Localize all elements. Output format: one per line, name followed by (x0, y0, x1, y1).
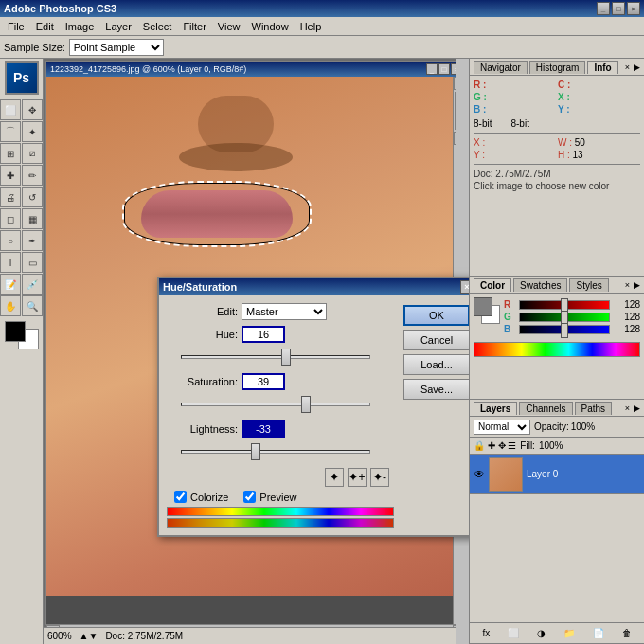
layer-adjustment-button[interactable]: ◑ (534, 627, 548, 639)
menu-layer[interactable]: Layer (99, 19, 137, 34)
slice-tool[interactable]: ⧄ (22, 143, 43, 164)
color-panel-close[interactable]: × (625, 280, 630, 290)
menu-filter[interactable]: Filter (177, 19, 211, 34)
layer-delete-button[interactable]: 🗑 (619, 627, 635, 639)
bit-info-row: 8-bit 8-bit (474, 118, 640, 129)
type-tool[interactable]: T (0, 252, 21, 273)
layer-0-row[interactable]: 👁 Layer 0 (470, 455, 644, 494)
opacity-value: 100% (571, 421, 596, 432)
shape-tool[interactable]: ▭ (22, 252, 43, 273)
tool-group-4: ✚ ✏ (0, 165, 43, 186)
edit-dropdown[interactable]: Master (242, 303, 327, 320)
bit-info-left: 8-bit (474, 118, 492, 129)
marquee-tool[interactable]: ⬜ (0, 99, 21, 120)
tab-color[interactable]: Color (474, 278, 511, 292)
layer-new-button[interactable]: 📄 (590, 627, 607, 639)
layers-panel-expand[interactable]: ▶ (634, 403, 640, 413)
saturation-input[interactable]: 39 (242, 373, 285, 390)
b-slider-row: B 128 (504, 324, 640, 334)
preview-row: Preview (243, 491, 296, 503)
tab-info[interactable]: Info (587, 61, 617, 74)
info-panel-expand[interactable]: ▶ (634, 63, 640, 72)
g-info2: X : (558, 92, 640, 102)
eyedropper-tool[interactable]: 💉 (22, 274, 43, 295)
layer-visibility-icon[interactable]: 👁 (474, 468, 485, 481)
maximize-button[interactable]: □ (612, 2, 625, 15)
blend-mode-select[interactable]: Normal (474, 420, 530, 435)
menu-file[interactable]: File (2, 19, 30, 34)
eyedropper-add-button[interactable]: ✦+ (348, 468, 367, 487)
menu-edit[interactable]: Edit (30, 19, 60, 34)
canvas-minimize-btn[interactable]: _ (426, 63, 438, 75)
preview-checkbox[interactable] (243, 491, 256, 503)
tool-group-7: ○ ✒ (0, 230, 43, 251)
layer-mask-button[interactable]: ⬜ (505, 627, 522, 639)
hue-input[interactable]: 16 (242, 326, 285, 343)
g-info: G : (474, 92, 556, 102)
notes-tool[interactable]: 📝 (0, 274, 21, 295)
color-spectrum-bar[interactable] (474, 342, 640, 357)
lightness-input[interactable]: -33 (242, 420, 285, 438)
saturation-slider-thumb[interactable] (301, 396, 311, 413)
tab-swatches[interactable]: Swatches (513, 278, 567, 292)
crop-tool[interactable]: ⊞ (0, 143, 21, 164)
tab-navigator[interactable]: Navigator (474, 61, 528, 74)
colorize-checkbox[interactable] (174, 491, 187, 503)
layer-fx-button[interactable]: fx (479, 627, 492, 639)
tab-styles[interactable]: Styles (569, 278, 608, 292)
color-panel-expand[interactable]: ▶ (634, 280, 640, 290)
zoom-tool[interactable]: 🔍 (22, 295, 43, 316)
info-panel-close[interactable]: × (625, 63, 630, 72)
gradient-tool[interactable]: ▦ (22, 208, 43, 229)
hue-label: Hue: (167, 329, 238, 340)
load-button[interactable]: Load... (403, 354, 469, 375)
layer-group-button[interactable]: 📁 (561, 627, 578, 639)
ok-button[interactable]: OK (403, 305, 469, 326)
b-label: B : (474, 104, 486, 115)
lightness-slider-thumb[interactable] (251, 443, 260, 460)
main-layout: Ps ⬜ ✥ ⌒ ✦ ⊞ ⧄ ✚ ✏ 🖨 ↺ ◻ ▦ ○ ✒ (0, 59, 644, 644)
canvas-maximize-btn[interactable]: □ (438, 63, 450, 75)
menu-window[interactable]: Window (246, 19, 295, 34)
dialog-checkboxes: Colorize Preview (174, 491, 469, 503)
eraser-tool[interactable]: ◻ (0, 208, 21, 229)
healing-brush-tool[interactable]: ✚ (0, 165, 21, 186)
color-selector[interactable] (5, 321, 39, 349)
r-slider-label: R (504, 299, 515, 310)
hue-slider-thumb[interactable] (281, 349, 291, 366)
hand-tool[interactable]: ✋ (0, 295, 21, 316)
dialog-close-button[interactable]: × (460, 280, 469, 294)
cancel-button[interactable]: Cancel (403, 330, 469, 350)
b-info2: Y : (558, 104, 640, 115)
menu-view[interactable]: View (212, 19, 246, 34)
save-button[interactable]: Save... (403, 379, 469, 400)
magic-wand-tool[interactable]: ✦ (22, 121, 43, 142)
pen-tool[interactable]: ✒ (22, 230, 43, 251)
minimize-button[interactable]: _ (597, 2, 610, 15)
history-brush-tool[interactable]: ↺ (22, 187, 43, 207)
tab-channels[interactable]: Channels (519, 402, 572, 415)
foreground-color-box[interactable] (5, 321, 26, 342)
bit-info-right: 8-bit (510, 118, 528, 129)
move-tool[interactable]: ✥ (22, 99, 43, 120)
brush-tool[interactable]: ✏ (22, 165, 43, 186)
edit-label: Edit: (167, 306, 238, 317)
dodge-tool[interactable]: ○ (0, 230, 21, 251)
menu-select[interactable]: Select (137, 19, 178, 34)
tab-layers[interactable]: Layers (474, 402, 517, 415)
menu-image[interactable]: Image (60, 19, 100, 34)
window-controls[interactable]: _ □ × (597, 2, 640, 15)
sample-size-select[interactable]: Point Sample (69, 39, 164, 56)
eyedropper-subtract-button[interactable]: ✦- (370, 468, 389, 487)
fill-label: Fill: (520, 440, 535, 451)
b-slider-label: B (504, 324, 515, 334)
tab-paths[interactable]: Paths (575, 402, 613, 415)
eyedropper-button[interactable]: ✦ (325, 468, 344, 487)
lasso-tool[interactable]: ⌒ (0, 121, 21, 142)
layers-panel-close[interactable]: × (625, 403, 630, 413)
canvas-titlebar: 1223392_41725896.jpg @ 600% (Layer 0, RG… (46, 62, 466, 77)
close-button[interactable]: × (627, 2, 640, 15)
clone-stamp-tool[interactable]: 🖨 (0, 187, 21, 207)
tab-histogram[interactable]: Histogram (529, 61, 586, 74)
menu-help[interactable]: Help (295, 19, 328, 34)
